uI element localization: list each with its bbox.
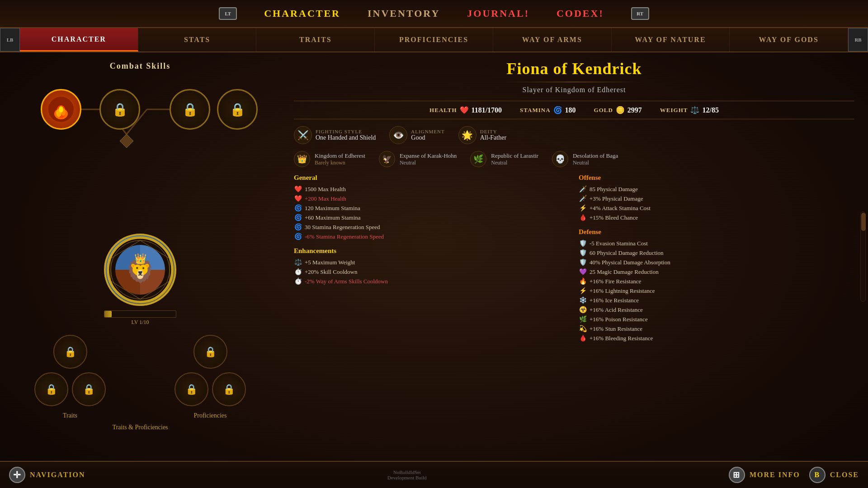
cooldown-icon-1: ⏱️ xyxy=(294,268,302,276)
rt-trigger[interactable]: RT xyxy=(631,7,649,20)
stat-off-2: +3% Physical Damage xyxy=(590,195,643,202)
traits-group: 🔒 🔒 🔒 Traits xyxy=(9,335,131,419)
close-btn-icon: B xyxy=(809,467,826,483)
shield-icon-1: 🛡️ xyxy=(579,239,587,247)
tab-way-of-nature[interactable]: WAY OF NATURE xyxy=(612,28,730,52)
acid-icon: ☣️ xyxy=(579,306,587,314)
stat-fire-resist: 🔥 +16% Fire Resistance xyxy=(579,277,854,285)
more-info-action[interactable]: ⊞ MORE INFO xyxy=(729,467,800,483)
tab-character[interactable]: CHARACTER xyxy=(20,28,138,52)
faction-baga-text: Desolation of Baga Neutral xyxy=(573,152,618,166)
faction-larastir-status: Neutral xyxy=(491,160,538,166)
prof-row-1: 🔒 xyxy=(193,335,227,369)
level-text: LV 1/10 xyxy=(104,319,176,326)
build-id: NoBuildIdSet xyxy=(387,469,426,475)
svg-marker-5 xyxy=(120,134,133,148)
tab-way-of-gods[interactable]: WAY OF GODS xyxy=(730,28,848,52)
center-build-info: NoBuildIdSet Development Build xyxy=(387,469,426,480)
alignment-label: ALIGNMENT xyxy=(411,129,444,134)
scroll-indicator[interactable] xyxy=(860,211,866,302)
character-title: Slayer of Kingdom of Edherest xyxy=(294,86,854,94)
stat-phys-reduction: 🛡️ 60 Physical Damage Reduction xyxy=(579,249,854,257)
skill-node-locked-2[interactable]: 🔒 xyxy=(170,89,210,130)
stat-text-1: 1500 Max Health xyxy=(305,186,346,193)
tab-stats[interactable]: STATS xyxy=(138,28,257,52)
faction-baga-name: Desolation of Baga xyxy=(573,152,618,160)
stat-phys-absorption: 🛡️ 40% Physical Damage Absorption xyxy=(579,258,854,266)
lock-icon-2: 🔒 xyxy=(182,102,198,117)
bleed-resist-icon: 🩸 xyxy=(579,334,587,342)
right-panel: Fiona of Kendrick Slayer of Kingdom of E… xyxy=(280,52,868,461)
stat-phys-dmg-2: 🗡️ +3% Physical Damage xyxy=(579,195,854,202)
character-name: Fiona of Kendrick xyxy=(294,59,854,78)
stamina-stat: STAMINA 🌀 180 xyxy=(520,106,576,114)
right-actions: ⊞ MORE INFO B CLOSE xyxy=(729,467,859,483)
trait-node-1[interactable]: 🔒 xyxy=(53,335,87,369)
atk-stamina-icon: ⚡ xyxy=(579,204,587,212)
bottom-bar: ✛ NAVIGATION NoBuildIdSet Development Bu… xyxy=(0,461,868,488)
stamina-icon: 🌀 xyxy=(553,106,562,114)
health-icon: ❤️ xyxy=(460,106,469,114)
skill-tree: 🔒 🔒 🔒 xyxy=(9,75,271,220)
shield-icon-3: 🛡️ xyxy=(579,258,587,266)
stat-def-2: 60 Physical Damage Reduction xyxy=(590,249,664,257)
sword-icon-1: 🗡️ xyxy=(579,185,587,193)
dpad-icon[interactable]: ✛ xyxy=(9,467,25,483)
emblem-svg: 🦁 👑 xyxy=(106,236,174,304)
faction-edherest-status: Barely known xyxy=(315,160,365,166)
proficiencies-group: 🔒 🔒 🔒 Proficiencies xyxy=(149,335,271,419)
emblem-section: 🦁 👑 LV 1/10 xyxy=(9,234,271,326)
stat-text-5: 30 Stamina Regeneration Speed xyxy=(305,224,380,231)
skill-node-locked-3[interactable]: 🔒 xyxy=(217,89,258,130)
stat-stamina-2: 🌀 +60 Maximum Stamina xyxy=(294,214,570,221)
health-stat: HEALTH ❤️ 1181/1700 xyxy=(429,106,502,114)
stat-def-5: +16% Fire Resistance xyxy=(590,278,641,285)
prof-node-2[interactable]: 🔒 xyxy=(175,372,208,406)
nav-codex[interactable]: CODEX! xyxy=(557,8,604,19)
nav-character[interactable]: CHARACTER xyxy=(264,8,340,19)
main-content: Combat Skills xyxy=(0,52,868,461)
stat-bleed-resist: 🩸 +16% Bleeding Resistance xyxy=(579,334,854,342)
factions-row: 👑 Kingdom of Edherest Barely known 🦅 Exp… xyxy=(294,151,854,167)
ice-icon: ❄️ xyxy=(579,296,587,304)
stat-def-3: 40% Physical Damage Absorption xyxy=(590,259,670,266)
skill-node-locked-1[interactable]: 🔒 xyxy=(99,89,140,130)
stat-def-7: +16% Ice Resistance xyxy=(590,297,639,304)
prof-node-1[interactable]: 🔒 xyxy=(193,335,227,369)
gold-value: 2997 xyxy=(627,106,642,114)
enhancements-title: Enhancements xyxy=(294,247,570,255)
stat-evasion: 🛡️ -5 Evasion Stamina Cost xyxy=(579,239,854,247)
gold-icon: 🪙 xyxy=(616,106,625,114)
lt-trigger[interactable]: LT xyxy=(219,7,237,20)
lb-trigger[interactable]: LB xyxy=(0,28,20,52)
tab-proficiencies[interactable]: PROFICIENCIES xyxy=(375,28,493,52)
health-value: 1181/1700 xyxy=(472,106,502,114)
weight-stat: WEIGHT ⚖️ 12/85 xyxy=(660,106,719,114)
general-title: General xyxy=(294,174,570,182)
stamina-label: STAMINA xyxy=(520,107,550,114)
tab-way-of-arms[interactable]: WAY OF ARMS xyxy=(493,28,612,52)
trait-node-2[interactable]: 🔒 xyxy=(34,372,68,406)
tab-traits[interactable]: TRAITS xyxy=(256,28,375,52)
character-emblem: 🦁 👑 xyxy=(104,234,176,306)
close-action[interactable]: B CLOSE xyxy=(809,467,859,483)
gold-stat: GOLD 🪙 2997 xyxy=(594,106,642,114)
nav-journal[interactable]: JOURNAL! xyxy=(467,8,529,19)
nav-inventory[interactable]: INVENTORY xyxy=(368,8,440,19)
heart-icon-1: ❤️ xyxy=(294,185,302,193)
more-info-label: MORE INFO xyxy=(750,471,800,479)
stamina-icon-2: 🌀 xyxy=(294,214,302,221)
lock-icon-1: 🔒 xyxy=(112,102,128,117)
trait-node-3[interactable]: 🔒 xyxy=(72,372,106,406)
deity-icon: 🌟 xyxy=(458,126,476,144)
cooldown-icon-2: ⏱️ xyxy=(294,277,302,285)
prof-node-3[interactable]: 🔒 xyxy=(212,372,246,406)
tabs-row: LB CHARACTER STATS TRAITS PROFICIENCIES … xyxy=(0,28,868,52)
health-label: HEALTH xyxy=(429,107,457,114)
stat-stamina-1: 🌀 120 Maximum Stamina xyxy=(294,204,570,212)
stat-def-4: 25 Magic Damage Reduction xyxy=(590,268,659,276)
svg-text:👑: 👑 xyxy=(134,253,147,265)
weight-value: 12/85 xyxy=(702,106,718,114)
rb-trigger[interactable]: RB xyxy=(848,28,868,52)
skill-node-active[interactable] xyxy=(41,89,81,130)
